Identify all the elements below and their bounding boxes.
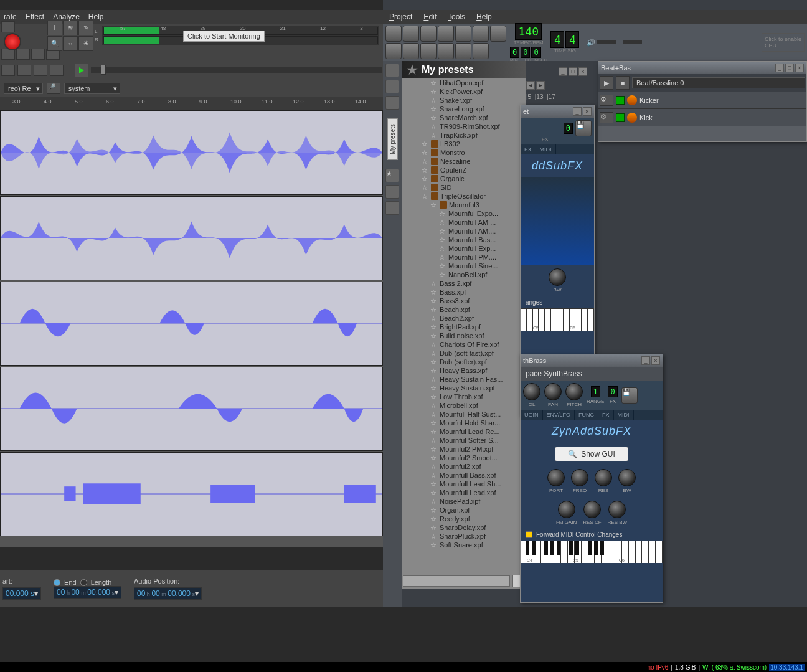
preset-file[interactable]: ☆ KickPower.xpf: [402, 87, 526, 96]
favorite-star-icon[interactable]: ☆: [439, 227, 446, 235]
preset-file[interactable]: ☆ Mournful Softer S...: [402, 436, 526, 445]
close-button[interactable]: ×: [795, 64, 804, 72]
folder-item[interactable]: ☆ Mournful3: [402, 201, 526, 209]
favorite-star-icon[interactable]: ☆: [430, 123, 438, 130]
preset-file[interactable]: ☆ Mournfull Exp...: [402, 244, 526, 253]
checkbox-icon[interactable]: [526, 531, 532, 538]
preset-file[interactable]: ☆ Organ.xpf: [402, 506, 526, 514]
play-button[interactable]: [75, 64, 88, 77]
master-pitch[interactable]: [623, 40, 642, 44]
bb-track-row[interactable]: ⚙ Kick: [598, 109, 806, 126]
inst1-titlebar[interactable]: et _ ×: [521, 105, 594, 118]
favorite-star-icon[interactable]: ☆: [430, 79, 438, 87]
res-knob[interactable]: [595, 469, 612, 486]
preset-file[interactable]: ☆ Mounfull Half Sust...: [402, 410, 526, 419]
favorite-star-icon[interactable]: ☆: [430, 306, 438, 313]
presets-tree[interactable]: ☆ HihatOpen.xpf☆ KickPower.xpf☆ Shaker.x…: [402, 78, 526, 574]
presets-search-input[interactable]: [403, 575, 510, 587]
menu-effect[interactable]: Effect: [26, 12, 44, 21]
preset-file[interactable]: ☆ NoisePad.xpf: [402, 497, 526, 506]
preset-file[interactable]: ☆ Mournfull PM....: [402, 253, 526, 262]
samples-icon[interactable]: [385, 80, 399, 93]
pan-knob[interactable]: [544, 383, 562, 400]
favorite-star-icon[interactable]: ☆: [430, 498, 438, 505]
menu-tools[interactable]: Tools: [448, 12, 465, 21]
fx-display[interactable]: 0: [608, 386, 617, 397]
preset-file[interactable]: ☆ Chariots Of Fire.xpf: [402, 340, 526, 349]
fx-channel-display[interactable]: 0: [564, 123, 573, 134]
zoom-in-button[interactable]: [17, 65, 31, 76]
audio-track[interactable]: [0, 111, 383, 195]
pause-button[interactable]: [1, 21, 15, 32]
preset-file[interactable]: ☆ Dub (softer).xpf: [402, 357, 526, 366]
preset-file[interactable]: ☆ Mourful Hold Shar...: [402, 419, 526, 427]
instrument-window-synthbrass[interactable]: thBrass _ × pace SynthBrass OL PAN PITCH…: [520, 354, 663, 603]
undo-button[interactable]: [455, 26, 471, 42]
master-volume[interactable]: 🔊: [587, 39, 616, 47]
tab-fx[interactable]: FX: [598, 410, 614, 420]
favorite-star-icon[interactable]: ☆: [430, 297, 438, 305]
controller-button[interactable]: [473, 43, 489, 59]
output-dropdown[interactable]: system: [64, 83, 120, 94]
bb-pattern-select[interactable]: Beat/Bassline 0: [632, 77, 805, 88]
show-gui-button[interactable]: 🔍Show GUI: [555, 447, 628, 461]
favorite-star-icon[interactable]: ☆: [430, 515, 438, 523]
fx-mixer-button[interactable]: [438, 43, 454, 59]
redo-button[interactable]: [473, 26, 489, 42]
track-mute-button[interactable]: [616, 113, 625, 122]
midi-forward-partial[interactable]: anges: [521, 296, 594, 308]
favorite-star-icon[interactable]: ☆: [422, 175, 429, 182]
help-button[interactable]: [490, 26, 506, 42]
pitch-knob[interactable]: [565, 383, 583, 400]
track-name[interactable]: Kick: [639, 114, 689, 121]
resbw-knob[interactable]: [608, 501, 626, 518]
star-icon[interactable]: ★: [385, 169, 399, 182]
maximize-button[interactable]: □: [785, 64, 794, 72]
paste-button[interactable]: [31, 49, 45, 60]
bb-play-button[interactable]: ▶: [600, 76, 613, 90]
favorite-star-icon[interactable]: ☆: [422, 140, 429, 148]
favorite-star-icon[interactable]: ☆: [430, 323, 438, 331]
instruments-icon[interactable]: [385, 64, 399, 77]
preset-file[interactable]: ☆ Mournfull Lead Sh...: [402, 480, 526, 488]
end-time[interactable]: 00 h 00 m 00.000 s▾: [54, 586, 121, 599]
folder-item[interactable]: ☆ Nescaline: [402, 157, 526, 166]
preset-file[interactable]: ☆ Shaker.xpf: [402, 96, 526, 105]
favorite-star-icon[interactable]: ☆: [430, 393, 438, 400]
bb-stop-button[interactable]: ■: [616, 76, 630, 90]
length-radio[interactable]: [80, 579, 87, 586]
preset-file[interactable]: ☆ Mournfull AM....: [402, 227, 526, 235]
folder-item[interactable]: ☆ LB302: [402, 140, 526, 148]
close-button[interactable]: ×: [651, 356, 660, 365]
preset-file[interactable]: ☆ SnareMarch.xpf: [402, 113, 526, 122]
preset-file[interactable]: ☆ SharpDelay.xpf: [402, 523, 526, 532]
favorite-star-icon[interactable]: ☆: [430, 376, 438, 383]
save-preset-button[interactable]: 💾: [621, 387, 638, 404]
preset-file[interactable]: ☆ Mournful2 Smoot...: [402, 453, 526, 462]
favorite-star-icon[interactable]: ☆: [439, 262, 446, 270]
favorite-star-icon[interactable]: ☆: [439, 219, 446, 226]
zoom-tool[interactable]: 🔍: [47, 36, 62, 51]
preset-file[interactable]: ☆ NanoBell.xpf: [402, 270, 526, 279]
link-button[interactable]: [1, 65, 15, 76]
audio-track[interactable]: [0, 452, 383, 536]
minimize-button[interactable]: _: [775, 64, 784, 72]
piano-keyboard[interactable]: C5C6: [521, 308, 594, 331]
bb-editor-window[interactable]: Beat+Bas _ □ × ▶ ■ Beat/Bassline 0 ⚙ Kic…: [598, 61, 807, 142]
preset-file[interactable]: ☆ Mournful2.xpf: [402, 462, 526, 471]
folder-item[interactable]: ☆ Organic: [402, 174, 526, 183]
tracks-area[interactable]: [0, 111, 383, 547]
vol-knob[interactable]: [523, 383, 540, 400]
favorite-star-icon[interactable]: ☆: [430, 332, 438, 339]
envelope-tool[interactable]: ≋: [63, 21, 78, 35]
preset-file[interactable]: ☆ Build noise.xpf: [402, 331, 526, 340]
computer-icon[interactable]: [385, 201, 399, 215]
inst2-titlebar[interactable]: thBrass _ ×: [521, 354, 663, 367]
favorite-star-icon[interactable]: ☆: [439, 210, 446, 217]
end-radio[interactable]: [54, 579, 60, 586]
favorite-star-icon[interactable]: ☆: [422, 192, 429, 200]
favorite-star-icon[interactable]: ☆: [430, 349, 438, 357]
preset-file[interactable]: ☆ Low Throb.xpf: [402, 392, 526, 401]
favorite-star-icon[interactable]: ☆: [430, 97, 438, 104]
piano-roll-button[interactable]: [420, 43, 437, 59]
